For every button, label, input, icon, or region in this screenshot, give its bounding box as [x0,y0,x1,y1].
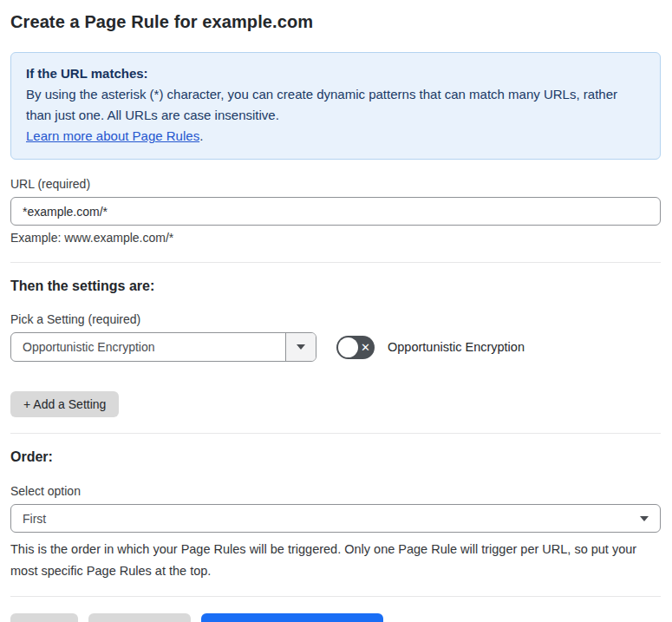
create-page-rule-form: Create a Page Rule for example.com If th… [0,0,672,622]
learn-more-link[interactable]: Learn more about Page Rules [26,128,199,143]
page-title: Create a Page Rule for example.com [10,12,661,32]
opportunistic-encryption-toggle-group: ✕ Opportunistic Encryption [336,336,525,359]
toggle-off-x-icon: ✕ [361,342,370,353]
order-select-value: First [11,505,640,532]
setting-select-arrow-button[interactable] [285,333,316,361]
link-period: . [199,128,203,143]
info-box-body: By using the asterisk (*) character, you… [26,84,645,126]
order-helper-text: This is the order in which your Page Rul… [10,539,661,582]
setting-select[interactable]: Opportunistic Encryption [10,332,316,362]
info-box-heading: If the URL matches: [26,63,645,84]
order-select-label: Select option [10,484,661,498]
order-section-heading: Order: [10,449,661,465]
action-button-row: Cancel Save as Draft Save and Deploy Pag… [10,613,661,622]
url-matches-info-box: If the URL matches: By using the asteris… [10,52,661,160]
setting-select-value: Opportunistic Encryption [11,333,285,361]
save-and-deploy-button[interactable]: Save and Deploy Page Rule [201,613,383,622]
order-select-arrow [640,505,660,532]
order-select[interactable]: First [10,504,661,533]
setting-row: Opportunistic Encryption ✕ Opportunistic… [10,332,661,362]
section-divider [10,262,661,263]
toggle-label: Opportunistic Encryption [388,340,525,354]
add-setting-button[interactable]: + Add a Setting [10,391,119,417]
url-example-helper: Example: www.example.com/* [10,231,661,245]
opportunistic-encryption-toggle[interactable]: ✕ [336,336,375,359]
pick-setting-label: Pick a Setting (required) [10,312,661,326]
chevron-down-icon [640,516,649,521]
chevron-down-icon [297,344,305,350]
section-divider [10,596,661,597]
section-divider [10,433,661,434]
url-input[interactable] [10,197,661,226]
url-field-group: URL (required) Example: www.example.com/… [10,177,661,245]
settings-section-heading: Then the settings are: [10,278,661,294]
cancel-button[interactable]: Cancel [10,613,78,622]
toggle-knob [338,337,358,357]
save-as-draft-button[interactable]: Save as Draft [88,613,192,622]
info-box-link-line: Learn more about Page Rules. [26,126,645,147]
url-field-label: URL (required) [10,177,661,191]
